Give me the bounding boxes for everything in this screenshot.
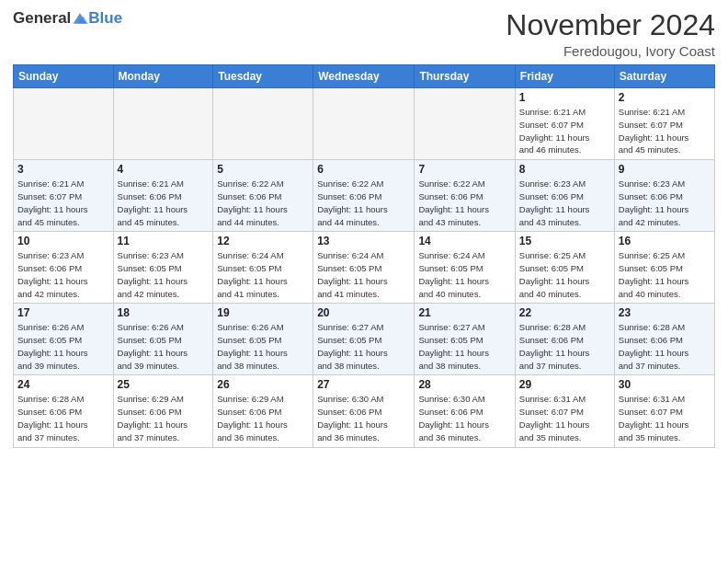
calendar-cell: 4Sunrise: 6:21 AMSunset: 6:06 PMDaylight… <box>113 160 213 232</box>
day-info: Sunrise: 6:25 AMSunset: 6:05 PMDaylight:… <box>519 249 610 300</box>
calendar-cell: 3Sunrise: 6:21 AMSunset: 6:07 PMDaylight… <box>14 160 114 232</box>
day-number: 10 <box>17 235 109 247</box>
day-info: Sunrise: 6:26 AMSunset: 6:05 PMDaylight:… <box>118 321 210 372</box>
calendar-cell: 27Sunrise: 6:30 AMSunset: 6:06 PMDayligh… <box>313 375 415 447</box>
day-number: 29 <box>519 378 610 391</box>
calendar-cell: 21Sunrise: 6:27 AMSunset: 6:05 PMDayligh… <box>415 304 515 375</box>
day-info: Sunrise: 6:23 AMSunset: 6:06 PMDaylight:… <box>17 249 109 300</box>
calendar-cell: 26Sunrise: 6:29 AMSunset: 6:06 PMDayligh… <box>213 375 313 447</box>
day-number: 17 <box>17 306 109 319</box>
day-number: 8 <box>519 163 610 176</box>
day-info: Sunrise: 6:31 AMSunset: 6:07 PMDaylight:… <box>519 393 610 443</box>
calendar-cell: 17Sunrise: 6:26 AMSunset: 6:05 PMDayligh… <box>14 304 114 375</box>
day-number: 1 <box>519 91 610 104</box>
calendar-cell: 1Sunrise: 6:21 AMSunset: 6:07 PMDaylight… <box>515 88 614 160</box>
day-number: 5 <box>217 163 309 176</box>
day-header: Monday <box>113 65 213 88</box>
day-number: 22 <box>519 306 610 319</box>
calendar-cell: 16Sunrise: 6:25 AMSunset: 6:05 PMDayligh… <box>614 232 714 304</box>
day-info: Sunrise: 6:24 AMSunset: 6:05 PMDaylight:… <box>418 249 510 300</box>
day-header: Saturday <box>614 65 714 88</box>
day-info: Sunrise: 6:29 AMSunset: 6:06 PMDaylight:… <box>217 393 309 443</box>
calendar-week-row: 24Sunrise: 6:28 AMSunset: 6:06 PMDayligh… <box>14 375 715 447</box>
day-info: Sunrise: 6:21 AMSunset: 6:07 PMDaylight:… <box>519 106 610 156</box>
calendar-cell: 13Sunrise: 6:24 AMSunset: 6:05 PMDayligh… <box>313 232 415 304</box>
calendar-cell: 19Sunrise: 6:26 AMSunset: 6:05 PMDayligh… <box>213 304 313 375</box>
calendar-cell <box>313 88 415 160</box>
day-number: 13 <box>317 235 410 247</box>
calendar-cell: 7Sunrise: 6:22 AMSunset: 6:06 PMDaylight… <box>415 160 515 232</box>
calendar-cell: 24Sunrise: 6:28 AMSunset: 6:06 PMDayligh… <box>14 375 114 447</box>
calendar-week-row: 1Sunrise: 6:21 AMSunset: 6:07 PMDaylight… <box>14 88 715 160</box>
day-info: Sunrise: 6:22 AMSunset: 6:06 PMDaylight:… <box>418 178 510 228</box>
day-info: Sunrise: 6:26 AMSunset: 6:05 PMDaylight:… <box>217 321 309 372</box>
calendar-cell: 18Sunrise: 6:26 AMSunset: 6:05 PMDayligh… <box>113 304 213 375</box>
header: General Blue November 2024 Feredougou, I… <box>13 9 715 59</box>
day-info: Sunrise: 6:23 AMSunset: 6:06 PMDaylight:… <box>619 178 711 228</box>
day-number: 28 <box>418 378 510 391</box>
calendar-cell <box>113 88 213 160</box>
calendar-cell: 14Sunrise: 6:24 AMSunset: 6:05 PMDayligh… <box>415 232 515 304</box>
calendar-cell: 2Sunrise: 6:21 AMSunset: 6:07 PMDaylight… <box>614 88 714 160</box>
day-header: Tuesday <box>213 65 313 88</box>
calendar-cell: 10Sunrise: 6:23 AMSunset: 6:06 PMDayligh… <box>14 232 114 304</box>
logo-general: General <box>13 9 71 28</box>
day-info: Sunrise: 6:29 AMSunset: 6:06 PMDaylight:… <box>118 393 210 443</box>
day-header: Wednesday <box>313 65 415 88</box>
day-info: Sunrise: 6:28 AMSunset: 6:06 PMDaylight:… <box>619 321 711 372</box>
calendar-cell <box>213 88 313 160</box>
day-info: Sunrise: 6:24 AMSunset: 6:05 PMDaylight:… <box>217 249 309 300</box>
calendar-cell: 11Sunrise: 6:23 AMSunset: 6:05 PMDayligh… <box>113 232 213 304</box>
calendar-cell: 22Sunrise: 6:28 AMSunset: 6:06 PMDayligh… <box>515 304 614 375</box>
calendar-week-row: 17Sunrise: 6:26 AMSunset: 6:05 PMDayligh… <box>14 304 715 375</box>
calendar-header-row: SundayMondayTuesdayWednesdayThursdayFrid… <box>14 65 715 88</box>
location: Feredougou, Ivory Coast <box>506 43 715 59</box>
day-info: Sunrise: 6:28 AMSunset: 6:06 PMDaylight:… <box>519 321 610 372</box>
calendar-cell: 20Sunrise: 6:27 AMSunset: 6:05 PMDayligh… <box>313 304 415 375</box>
day-info: Sunrise: 6:30 AMSunset: 6:06 PMDaylight:… <box>317 393 410 443</box>
day-number: 24 <box>17 378 109 391</box>
calendar-cell: 5Sunrise: 6:22 AMSunset: 6:06 PMDaylight… <box>213 160 313 232</box>
day-number: 18 <box>118 306 210 319</box>
logo-icon <box>72 10 88 27</box>
calendar-cell: 15Sunrise: 6:25 AMSunset: 6:05 PMDayligh… <box>515 232 614 304</box>
calendar-cell <box>14 88 114 160</box>
day-info: Sunrise: 6:28 AMSunset: 6:06 PMDaylight:… <box>17 393 109 443</box>
day-info: Sunrise: 6:21 AMSunset: 6:07 PMDaylight:… <box>619 106 711 156</box>
page: General Blue November 2024 Feredougou, I… <box>0 0 728 563</box>
day-number: 6 <box>317 163 410 176</box>
day-info: Sunrise: 6:25 AMSunset: 6:05 PMDaylight:… <box>619 249 711 300</box>
title-area: November 2024 Feredougou, Ivory Coast <box>506 9 715 59</box>
calendar-cell: 30Sunrise: 6:31 AMSunset: 6:07 PMDayligh… <box>614 375 714 447</box>
day-info: Sunrise: 6:26 AMSunset: 6:05 PMDaylight:… <box>17 321 109 372</box>
day-number: 4 <box>118 163 210 176</box>
day-number: 21 <box>418 306 510 319</box>
calendar-week-row: 3Sunrise: 6:21 AMSunset: 6:07 PMDaylight… <box>14 160 715 232</box>
day-header: Friday <box>515 65 614 88</box>
calendar-cell <box>415 88 515 160</box>
day-number: 3 <box>17 163 109 176</box>
day-number: 20 <box>317 306 410 319</box>
month-title: November 2024 <box>506 9 715 41</box>
day-number: 26 <box>217 378 309 391</box>
day-number: 30 <box>619 378 711 391</box>
logo-text: General Blue <box>13 9 122 28</box>
calendar-cell: 6Sunrise: 6:22 AMSunset: 6:06 PMDaylight… <box>313 160 415 232</box>
day-number: 9 <box>619 163 711 176</box>
day-header: Thursday <box>415 65 515 88</box>
day-info: Sunrise: 6:24 AMSunset: 6:05 PMDaylight:… <box>317 249 410 300</box>
day-number: 23 <box>619 306 711 319</box>
day-info: Sunrise: 6:22 AMSunset: 6:06 PMDaylight:… <box>317 178 410 228</box>
calendar-cell: 28Sunrise: 6:30 AMSunset: 6:06 PMDayligh… <box>415 375 515 447</box>
calendar-cell: 23Sunrise: 6:28 AMSunset: 6:06 PMDayligh… <box>614 304 714 375</box>
day-info: Sunrise: 6:23 AMSunset: 6:05 PMDaylight:… <box>118 249 210 300</box>
day-info: Sunrise: 6:27 AMSunset: 6:05 PMDaylight:… <box>317 321 410 372</box>
calendar-cell: 12Sunrise: 6:24 AMSunset: 6:05 PMDayligh… <box>213 232 313 304</box>
day-info: Sunrise: 6:21 AMSunset: 6:07 PMDaylight:… <box>17 178 109 228</box>
day-number: 16 <box>619 235 711 247</box>
day-number: 27 <box>317 378 410 391</box>
day-number: 7 <box>418 163 510 176</box>
day-header: Sunday <box>14 65 114 88</box>
day-number: 19 <box>217 306 309 319</box>
day-info: Sunrise: 6:21 AMSunset: 6:06 PMDaylight:… <box>118 178 210 228</box>
